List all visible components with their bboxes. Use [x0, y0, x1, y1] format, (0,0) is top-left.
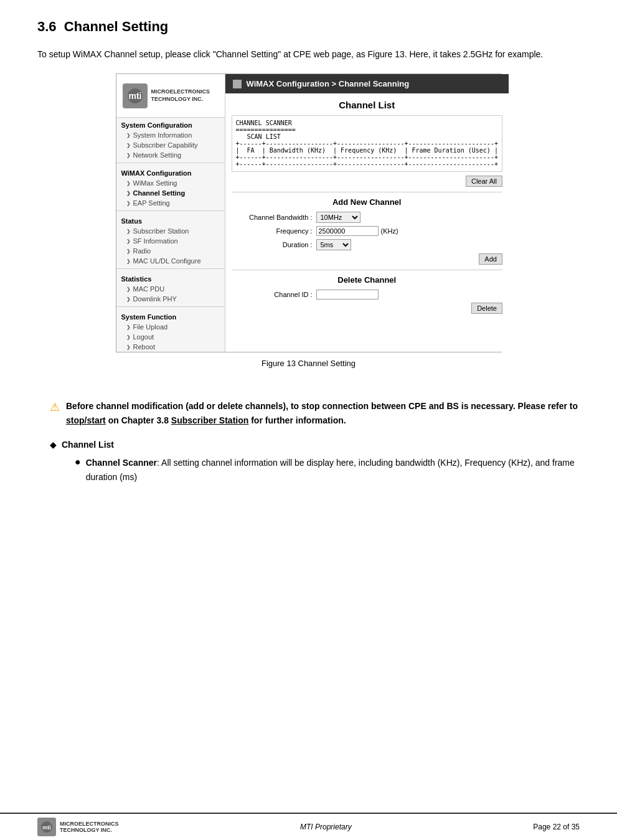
bandwidth-row: Channel Bandwidth : 10MHz 5MHz 7MHz 8.75…	[232, 212, 502, 223]
channel-id-input[interactable]	[316, 290, 379, 300]
warning-icon: ⚠	[50, 400, 60, 414]
wimax-ui-screenshot: mti MICROELECTRONICSTECHNOLOGY INC. Syst…	[116, 73, 502, 352]
frequency-input[interactable]	[316, 226, 379, 236]
page-content: 3.6 Channel Setting To setup WiMAX Chann…	[0, 0, 617, 534]
delete-channel-title: Delete Channel	[232, 275, 502, 285]
warning-text: Before channel modification (add or dele…	[66, 399, 580, 427]
circle-bullet: ●	[75, 456, 81, 468]
sidebar-section-wimax-config: WiMAX Configuration	[116, 166, 225, 178]
intro-paragraph: To setup WiMAX Channel setup, please cli…	[37, 47, 580, 61]
sidebar-item-radio[interactable]: Radio	[116, 246, 225, 256]
footer-page-number: Page 22 of 35	[533, 823, 580, 831]
logo-icon: mti	[123, 83, 148, 108]
sidebar-item-mac-ul-dl[interactable]: MAC UL/DL Configure	[116, 256, 225, 266]
sidebar-item-system-info[interactable]: System Information	[116, 130, 225, 140]
add-channel-section: Add New Channel Channel Bandwidth : 10MH…	[232, 192, 502, 265]
clear-all-button[interactable]: Clear All	[466, 176, 502, 187]
main-content-area: WiMAX Configuration > Channel Scanning C…	[225, 74, 509, 352]
svg-text:mti: mti	[128, 91, 141, 101]
add-btn-row: Add	[232, 253, 502, 265]
sidebar-item-downlink-phy[interactable]: Downlink PHY	[116, 294, 225, 304]
add-channel-title: Add New Channel	[232, 197, 502, 207]
main-header: WiMAX Configuration > Channel Scanning	[225, 74, 509, 93]
bandwidth-label: Channel Bandwidth :	[232, 214, 313, 221]
bullet-main: ◆ Channel List	[37, 440, 580, 450]
duration-select[interactable]: 5ms 2.5ms 10ms 20ms	[316, 239, 351, 250]
section-title: 3.6 Channel Setting	[37, 19, 580, 35]
sidebar-section-status: Status	[116, 214, 225, 226]
channel-list-box: CHANNEL SCANNER ================ SCAN LI…	[232, 115, 502, 172]
bandwidth-select[interactable]: 10MHz 5MHz 7MHz 8.75MHz	[316, 212, 360, 223]
svg-text:mti: mti	[42, 824, 51, 831]
subscriber-station-link[interactable]: Subscriber Station	[171, 415, 248, 425]
channel-id-label: Channel ID :	[232, 291, 313, 298]
diamond-bullet: ◆	[50, 440, 57, 450]
delete-btn-row: Delete	[232, 303, 502, 314]
page-footer: mti MICROELECTRONICSTECHNOLOGY INC. MTI …	[0, 813, 617, 840]
sidebar-logo: mti MICROELECTRONICSTECHNOLOGY INC.	[116, 74, 225, 118]
duration-label: Duration :	[232, 241, 313, 248]
sidebar-section-statistics: Statistics	[116, 271, 225, 284]
clear-all-row: Clear All	[232, 176, 502, 187]
stop-start-link[interactable]: stop/start	[66, 415, 106, 425]
main-body: Channel List CHANNEL SCANNER ===========…	[225, 93, 509, 320]
sidebar-item-subscriber-capability[interactable]: Subscriber Capability	[116, 140, 225, 150]
frequency-unit: (KHz)	[381, 227, 398, 235]
sidebar-item-reboot[interactable]: Reboot	[116, 342, 225, 352]
bullet-main-label: Channel List	[62, 440, 114, 450]
bullet-section: ◆ Channel List ● Channel Scanner: All se…	[37, 440, 580, 484]
figure-container: mti MICROELECTRONICSTECHNOLOGY INC. Syst…	[37, 73, 580, 380]
sidebar-item-network-setting[interactable]: Network Setting	[116, 150, 225, 160]
channel-id-row: Channel ID :	[232, 290, 502, 300]
sidebar-section-system-config: System Configuration	[116, 118, 225, 130]
footer-logo-icon: mti	[37, 818, 56, 836]
duration-row: Duration : 5ms 2.5ms 10ms 20ms	[232, 239, 502, 250]
delete-channel-section: Delete Channel Channel ID : Delete	[232, 270, 502, 314]
sidebar-item-logout[interactable]: Logout	[116, 332, 225, 342]
frequency-row: Frequency : (KHz)	[232, 226, 502, 236]
logo-text: MICROELECTRONICSTECHNOLOGY INC.	[151, 88, 210, 103]
sidebar-item-channel-setting[interactable]: Channel Setting	[116, 188, 225, 198]
sidebar-item-mac-pdu[interactable]: MAC PDU	[116, 284, 225, 294]
footer-proprietary: MTI Proprietary	[119, 823, 534, 831]
warning-box: ⚠ Before channel modification (add or de…	[37, 399, 580, 427]
figure-caption: Figure 13 Channel Setting	[261, 359, 356, 368]
bullet-sub: ● Channel Scanner: All setting channel i…	[37, 456, 580, 484]
sidebar-item-eap-setting[interactable]: EAP Setting	[116, 198, 225, 208]
channel-list-title: Channel List	[232, 100, 502, 110]
add-button[interactable]: Add	[479, 253, 502, 265]
footer-logo-text: MICROELECTRONICSTECHNOLOGY INC.	[60, 821, 119, 833]
frequency-label: Frequency :	[232, 227, 313, 235]
sidebar-item-wimax-setting[interactable]: WiMax Setting	[116, 178, 225, 188]
sidebar: mti MICROELECTRONICSTECHNOLOGY INC. Syst…	[116, 74, 225, 352]
header-icon	[233, 80, 242, 88]
sidebar-item-subscriber-station[interactable]: Subscriber Station	[116, 226, 225, 236]
bullet-sub-text: Channel Scanner: All setting channel inf…	[86, 456, 580, 484]
delete-button[interactable]: Delete	[471, 303, 502, 314]
footer-logo: mti MICROELECTRONICSTECHNOLOGY INC.	[37, 818, 119, 836]
sidebar-item-file-upload[interactable]: File Upload	[116, 322, 225, 332]
sidebar-section-system-function: System Function	[116, 309, 225, 322]
sidebar-item-sf-information[interactable]: SF Information	[116, 236, 225, 246]
